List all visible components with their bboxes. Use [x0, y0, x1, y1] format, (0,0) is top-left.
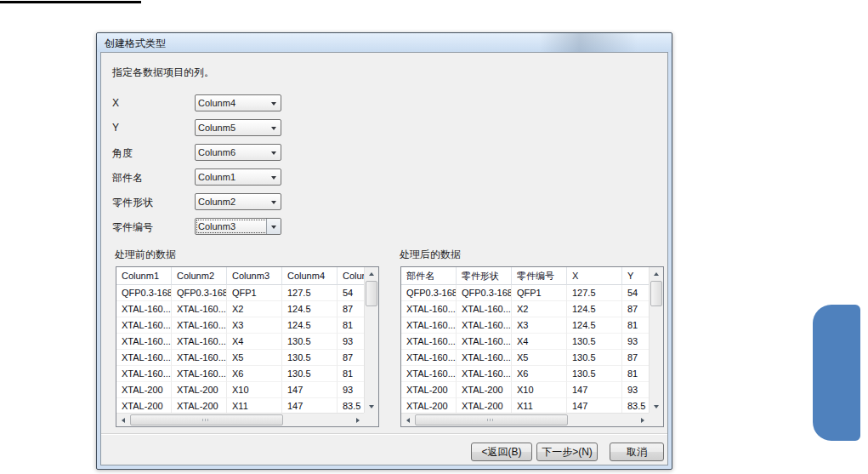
horizontal-scroll-thumb[interactable]: [130, 414, 283, 425]
field-label: 角度: [112, 146, 133, 161]
table-cell: 124.5: [282, 317, 338, 334]
column-header[interactable]: Colunm3: [227, 267, 282, 285]
scrollbar-corner: [364, 413, 378, 426]
table-cell: XTAL-160...: [172, 366, 227, 382]
table-cell: 147: [282, 382, 338, 398]
dialog-client-area: 指定各数据项目的列。 XColunm4YColunm5角度Colunm6部件名C…: [100, 52, 668, 465]
field-row: 零件形状Colunm2: [112, 193, 282, 210]
scroll-left-button[interactable]: [116, 414, 129, 426]
scroll-right-button[interactable]: [351, 414, 364, 426]
table-cell: X2: [512, 301, 567, 317]
next-button[interactable]: 下一步>(N): [536, 443, 598, 461]
table-row[interactable]: XTAL-200XTAL-200X1114783.5: [401, 398, 649, 413]
table-cell: QFP0.3-168: [172, 285, 227, 301]
combo-dropdown-button[interactable]: [266, 194, 281, 209]
table-row[interactable]: XTAL-200XTAL-200X1014793: [401, 382, 649, 398]
column-header[interactable]: Colunm1: [116, 267, 172, 285]
table-row[interactable]: QFP0.3-168QFP0.3-168QFP1127.554: [116, 285, 364, 301]
scroll-right-button[interactable]: [636, 414, 649, 426]
column-header[interactable]: Colunm4: [282, 267, 338, 285]
table-cell: 87: [622, 350, 649, 366]
table-grid: 部件名零件形状零件编号XYQFP0.3-168QFP0.3-168QFP1127…: [401, 267, 649, 413]
horizontal-scroll-thumb[interactable]: [415, 414, 568, 425]
arrow-up-icon: [654, 270, 659, 276]
table-cell: QFP1: [227, 285, 282, 301]
table-row[interactable]: XTAL-160...XTAL-160...X5130.587: [401, 350, 649, 366]
table-row[interactable]: XTAL-160...XTAL-160...X6130.581: [401, 366, 649, 382]
table-cell: 93: [622, 334, 649, 350]
table-cell: X4: [227, 334, 282, 350]
dialog-title: 创建格式类型: [105, 37, 166, 49]
table-row[interactable]: XTAL-160...XTAL-160...X4130.593: [116, 334, 364, 350]
table-row[interactable]: XTAL-160...XTAL-160...X3124.581: [401, 317, 649, 334]
table-row[interactable]: XTAL-160...XTAL-160...X3124.581: [116, 317, 364, 334]
table-cell: 130.5: [567, 366, 622, 382]
vertical-scrollbar[interactable]: [364, 267, 378, 413]
combo-value: Colunm3: [198, 221, 265, 231]
scroll-down-button[interactable]: [650, 400, 663, 413]
scroll-left-button[interactable]: [401, 414, 414, 426]
combo-dropdown-button[interactable]: [266, 145, 281, 160]
horizontal-scrollbar[interactable]: [401, 413, 649, 426]
table-row[interactable]: XTAL-200XTAL-200X1014793: [116, 382, 364, 398]
table-cell: XTAL-160...: [116, 317, 172, 334]
combo-dropdown-button[interactable]: [266, 120, 281, 135]
table-cell: XTAL-200: [401, 398, 457, 413]
table-row[interactable]: XTAL-160...XTAL-160...X4130.593: [401, 334, 649, 350]
table-cell: 93: [622, 382, 649, 398]
combo-2[interactable]: Colunm5: [195, 119, 281, 136]
table-cell: XTAL-160...: [116, 334, 172, 350]
table-cell: XTAL-200: [116, 382, 172, 398]
horizontal-scrollbar[interactable]: [116, 413, 364, 426]
combo-1[interactable]: Colunm4: [195, 94, 281, 111]
vertical-scroll-thumb[interactable]: [650, 281, 662, 306]
column-header[interactable]: 零件编号: [512, 267, 567, 285]
combo-dropdown-button[interactable]: [266, 169, 281, 185]
vertical-scroll-thumb[interactable]: [366, 281, 377, 306]
before-data-table: Colunm1Colunm2Colunm3Colunm4Colunm5QFP0.…: [116, 266, 379, 427]
cancel-button[interactable]: 取消: [610, 443, 664, 461]
scroll-up-button[interactable]: [365, 267, 378, 280]
column-header[interactable]: 零件形状: [457, 267, 512, 285]
scroll-up-button[interactable]: [650, 267, 663, 280]
combo-dropdown-button[interactable]: [266, 95, 281, 111]
scroll-down-button[interactable]: [365, 400, 378, 413]
table-cell: 130.5: [567, 334, 622, 350]
combo-6[interactable]: Colunm3: [195, 218, 281, 235]
combo-3[interactable]: Colunm6: [195, 144, 281, 161]
dialog-titlebar[interactable]: 创建格式类型: [97, 33, 672, 52]
table-cell: XTAL-200: [457, 398, 512, 413]
arrow-down-icon: [654, 405, 659, 411]
column-header[interactable]: Colunm5: [338, 267, 364, 285]
column-header[interactable]: 部件名: [401, 267, 457, 285]
table-cell: X10: [227, 382, 282, 398]
table-row[interactable]: XTAL-160...XTAL-160...X6130.581: [116, 366, 364, 382]
table-cell: X4: [512, 334, 567, 350]
column-header[interactable]: Y: [622, 267, 649, 285]
table-row[interactable]: XTAL-200XTAL-200X1114783.5: [116, 398, 364, 413]
footer-separator: [101, 433, 667, 435]
table-cell: 124.5: [567, 317, 622, 334]
arrow-right-icon: [356, 418, 362, 423]
table-cell: 147: [567, 398, 622, 413]
table-row[interactable]: XTAL-160...XTAL-160...X2124.587: [116, 301, 364, 317]
scroll-grip-icon: [202, 419, 210, 421]
combo-dropdown-button[interactable]: [266, 219, 281, 234]
vertical-scrollbar[interactable]: [649, 267, 663, 413]
table-row[interactable]: QFP0.3-168QFP0.3-168QFP1127.554: [401, 285, 649, 301]
combo-value: Colunm4: [198, 98, 265, 108]
field-label: Y: [112, 122, 119, 134]
table-cell: XTAL-200: [116, 398, 172, 413]
arrow-down-icon: [369, 405, 374, 411]
combo-4[interactable]: Colunm1: [195, 168, 281, 186]
field-row: 零件编号Colunm3: [112, 218, 282, 235]
combo-5[interactable]: Colunm2: [195, 193, 281, 210]
table-row[interactable]: XTAL-160...XTAL-160...X2124.587: [401, 301, 649, 317]
table-grid: Colunm1Colunm2Colunm3Colunm4Colunm5QFP0.…: [116, 267, 364, 413]
table-cell: X6: [227, 366, 282, 382]
back-button[interactable]: <返回(B): [471, 443, 532, 461]
column-header[interactable]: Colunm2: [172, 267, 227, 285]
table-row[interactable]: XTAL-160...XTAL-160...X5130.587: [116, 350, 364, 366]
column-header[interactable]: X: [567, 267, 622, 285]
before-table-caption: 处理前的数据: [115, 248, 176, 262]
